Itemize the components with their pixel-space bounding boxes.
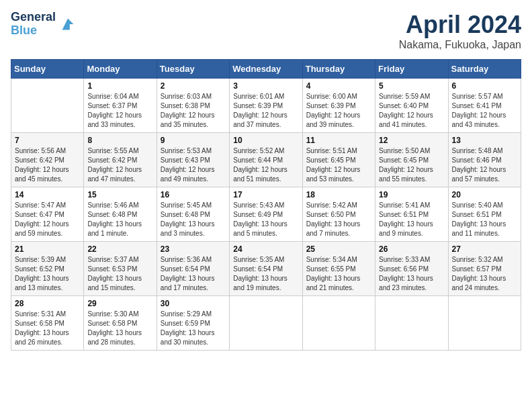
logo-icon	[58, 15, 77, 34]
week-row-3: 14Sunrise: 5:47 AMSunset: 6:47 PMDayligh…	[11, 187, 521, 242]
day-info: Sunrise: 5:30 AMSunset: 6:58 PMDaylight:…	[87, 310, 152, 347]
day-info: Sunrise: 5:56 AMSunset: 6:42 PMDaylight:…	[15, 146, 80, 184]
calendar-cell: 22Sunrise: 5:37 AMSunset: 6:53 PMDayligh…	[84, 242, 157, 296]
day-number: 14	[15, 190, 80, 199]
calendar-header: SundayMondayTuesdayWednesdayThursdayFrid…	[11, 60, 521, 79]
day-number: 15	[87, 190, 152, 199]
calendar-cell	[375, 296, 448, 351]
calendar-cell: 24Sunrise: 5:35 AMSunset: 6:54 PMDayligh…	[230, 242, 302, 296]
day-number: 5	[379, 81, 444, 91]
day-info: Sunrise: 5:42 AMSunset: 6:50 PMDaylight:…	[306, 201, 371, 238]
calendar-cell: 17Sunrise: 5:43 AMSunset: 6:49 PMDayligh…	[230, 187, 302, 242]
day-info: Sunrise: 6:03 AMSunset: 6:38 PMDaylight:…	[161, 92, 226, 130]
calendar-cell	[302, 296, 375, 351]
calendar-cell: 28Sunrise: 5:31 AMSunset: 6:58 PMDayligh…	[11, 296, 84, 351]
day-number: 2	[161, 81, 226, 91]
calendar-cell: 18Sunrise: 5:42 AMSunset: 6:50 PMDayligh…	[302, 187, 375, 242]
day-info: Sunrise: 5:50 AMSunset: 6:45 PMDaylight:…	[379, 146, 444, 184]
day-number: 26	[379, 244, 444, 254]
day-info: Sunrise: 5:48 AMSunset: 6:46 PMDaylight:…	[452, 146, 517, 184]
day-info: Sunrise: 5:34 AMSunset: 6:55 PMDaylight:…	[306, 255, 371, 293]
day-info: Sunrise: 5:32 AMSunset: 6:57 PMDaylight:…	[452, 255, 517, 293]
weekday-header-thursday: Thursday	[302, 60, 375, 79]
weekday-header-friday: Friday	[375, 60, 448, 79]
day-number: 3	[233, 81, 298, 91]
day-info: Sunrise: 5:31 AMSunset: 6:58 PMDaylight:…	[15, 310, 80, 347]
calendar-cell: 12Sunrise: 5:50 AMSunset: 6:45 PMDayligh…	[375, 133, 448, 187]
subtitle: Nakama, Fukuoka, Japan	[399, 39, 521, 51]
day-info: Sunrise: 6:01 AMSunset: 6:39 PMDaylight:…	[233, 92, 298, 130]
weekday-header-monday: Monday	[84, 60, 157, 79]
week-row-2: 7Sunrise: 5:56 AMSunset: 6:42 PMDaylight…	[11, 133, 521, 187]
main-title: April 2024	[399, 11, 521, 39]
day-number: 8	[87, 136, 152, 145]
day-info: Sunrise: 5:29 AMSunset: 6:59 PMDaylight:…	[161, 310, 226, 347]
day-number: 12	[379, 136, 444, 145]
calendar-cell: 6Sunrise: 5:57 AMSunset: 6:41 PMDaylight…	[448, 79, 521, 133]
day-number: 20	[452, 190, 517, 199]
day-info: Sunrise: 5:36 AMSunset: 6:54 PMDaylight:…	[161, 255, 226, 293]
calendar-cell: 26Sunrise: 5:33 AMSunset: 6:56 PMDayligh…	[375, 242, 448, 296]
logo-text: GeneralBlue	[11, 11, 56, 38]
calendar-cell: 9Sunrise: 5:53 AMSunset: 6:43 PMDaylight…	[157, 133, 229, 187]
day-info: Sunrise: 5:51 AMSunset: 6:45 PMDaylight:…	[306, 146, 371, 184]
calendar-cell: 13Sunrise: 5:48 AMSunset: 6:46 PMDayligh…	[448, 133, 521, 187]
weekday-header-sunday: Sunday	[11, 60, 84, 79]
week-row-4: 21Sunrise: 5:39 AMSunset: 6:52 PMDayligh…	[11, 242, 521, 296]
day-number: 25	[306, 244, 371, 254]
calendar-cell: 2Sunrise: 6:03 AMSunset: 6:38 PMDaylight…	[157, 79, 229, 133]
day-number: 16	[161, 190, 226, 199]
page-header: GeneralBlue April 2024 Nakama, Fukuoka, …	[11, 11, 521, 51]
day-number: 24	[233, 244, 298, 254]
calendar-cell: 8Sunrise: 5:55 AMSunset: 6:42 PMDaylight…	[84, 133, 157, 187]
calendar-cell: 19Sunrise: 5:41 AMSunset: 6:51 PMDayligh…	[375, 187, 448, 242]
day-number: 30	[161, 299, 226, 308]
day-number: 18	[306, 190, 371, 199]
weekday-header-wednesday: Wednesday	[230, 60, 302, 79]
calendar-table: SundayMondayTuesdayWednesdayThursdayFrid…	[11, 59, 521, 351]
day-info: Sunrise: 6:04 AMSunset: 6:37 PMDaylight:…	[87, 92, 152, 130]
calendar-cell: 10Sunrise: 5:52 AMSunset: 6:44 PMDayligh…	[230, 133, 302, 187]
logo: GeneralBlue	[11, 11, 77, 38]
day-number: 10	[233, 136, 298, 145]
day-info: Sunrise: 5:43 AMSunset: 6:49 PMDaylight:…	[233, 201, 298, 238]
day-number: 27	[452, 244, 517, 254]
day-number: 29	[87, 299, 152, 308]
calendar-body: 1Sunrise: 6:04 AMSunset: 6:37 PMDaylight…	[11, 79, 521, 351]
day-info: Sunrise: 5:35 AMSunset: 6:54 PMDaylight:…	[233, 255, 298, 293]
day-info: Sunrise: 5:52 AMSunset: 6:44 PMDaylight:…	[233, 146, 298, 184]
calendar-cell: 5Sunrise: 5:59 AMSunset: 6:40 PMDaylight…	[375, 79, 448, 133]
calendar-cell: 21Sunrise: 5:39 AMSunset: 6:52 PMDayligh…	[11, 242, 84, 296]
day-info: Sunrise: 5:47 AMSunset: 6:47 PMDaylight:…	[15, 201, 80, 238]
calendar-cell: 27Sunrise: 5:32 AMSunset: 6:57 PMDayligh…	[448, 242, 521, 296]
weekday-header-row: SundayMondayTuesdayWednesdayThursdayFrid…	[11, 60, 521, 79]
day-number: 4	[306, 81, 371, 91]
weekday-header-saturday: Saturday	[448, 60, 521, 79]
day-number: 28	[15, 299, 80, 308]
day-info: Sunrise: 6:00 AMSunset: 6:39 PMDaylight:…	[306, 92, 371, 130]
day-number: 13	[452, 136, 517, 145]
day-info: Sunrise: 5:45 AMSunset: 6:48 PMDaylight:…	[161, 201, 226, 238]
day-info: Sunrise: 5:33 AMSunset: 6:56 PMDaylight:…	[379, 255, 444, 293]
day-info: Sunrise: 5:40 AMSunset: 6:51 PMDaylight:…	[452, 201, 517, 238]
calendar-cell: 11Sunrise: 5:51 AMSunset: 6:45 PMDayligh…	[302, 133, 375, 187]
day-info: Sunrise: 5:46 AMSunset: 6:48 PMDaylight:…	[87, 201, 152, 238]
calendar-cell	[230, 296, 302, 351]
calendar-cell	[448, 296, 521, 351]
calendar-cell: 3Sunrise: 6:01 AMSunset: 6:39 PMDaylight…	[230, 79, 302, 133]
day-number: 7	[15, 136, 80, 145]
calendar-cell: 4Sunrise: 6:00 AMSunset: 6:39 PMDaylight…	[302, 79, 375, 133]
title-area: April 2024 Nakama, Fukuoka, Japan	[399, 11, 521, 51]
day-info: Sunrise: 5:39 AMSunset: 6:52 PMDaylight:…	[15, 255, 80, 293]
day-number: 6	[452, 81, 517, 91]
day-info: Sunrise: 5:37 AMSunset: 6:53 PMDaylight:…	[87, 255, 152, 293]
day-number: 23	[161, 244, 226, 254]
calendar-cell: 29Sunrise: 5:30 AMSunset: 6:58 PMDayligh…	[84, 296, 157, 351]
calendar-cell: 30Sunrise: 5:29 AMSunset: 6:59 PMDayligh…	[157, 296, 229, 351]
svg-marker-0	[62, 18, 74, 30]
day-number: 22	[87, 244, 152, 254]
weekday-header-tuesday: Tuesday	[157, 60, 229, 79]
week-row-5: 28Sunrise: 5:31 AMSunset: 6:58 PMDayligh…	[11, 296, 521, 351]
calendar-cell: 15Sunrise: 5:46 AMSunset: 6:48 PMDayligh…	[84, 187, 157, 242]
calendar-cell: 16Sunrise: 5:45 AMSunset: 6:48 PMDayligh…	[157, 187, 229, 242]
